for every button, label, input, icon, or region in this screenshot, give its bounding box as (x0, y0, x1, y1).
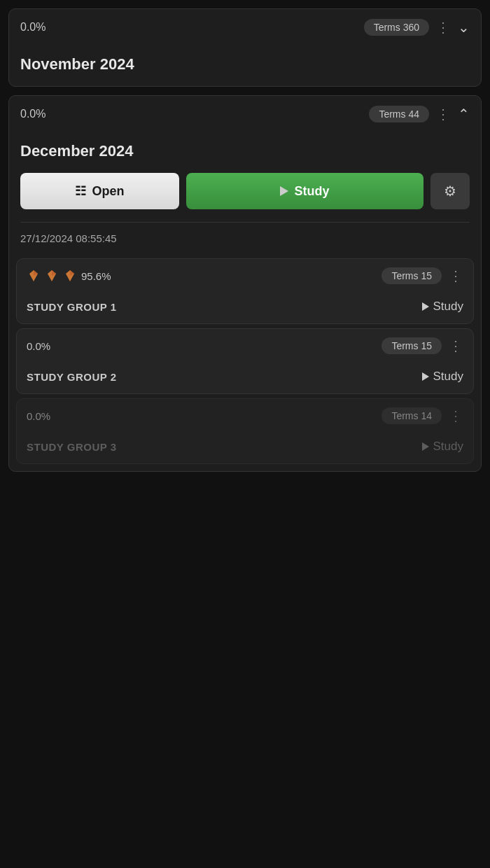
study-group-1-percentage: 95.6% (27, 269, 111, 283)
study-group-1-study-label: Study (433, 300, 463, 314)
study-button[interactable]: Study (186, 173, 424, 209)
december-card-header: 0.0% Terms 44 ⋮ ⌃ (9, 96, 481, 132)
study-group-1-more-icon[interactable]: ⋮ (449, 269, 463, 283)
study-group-1-right: Terms 15 ⋮ (382, 267, 463, 284)
study-group-3-play-icon (422, 442, 429, 451)
study-group-1-card: 95.6% Terms 15 ⋮ STUDY GROUP 1 Study (16, 258, 474, 324)
december-header-right: Terms 44 ⋮ ⌃ (369, 106, 470, 122)
november-card: 0.0% Terms 360 ⋮ ⌄ November 2024 (8, 8, 482, 87)
november-header-right: Terms 360 ⋮ ⌄ (364, 19, 470, 36)
december-percentage: 0.0% (20, 108, 46, 120)
november-terms-badge: Terms 360 (364, 19, 429, 36)
study-group-2-study-link[interactable]: Study (422, 370, 463, 384)
november-month-title: November 2024 (9, 46, 481, 86)
study-group-2-percentage: 0.0% (27, 340, 50, 352)
study-group-1-header: 95.6% Terms 15 ⋮ (17, 259, 473, 293)
december-more-icon[interactable]: ⋮ (436, 107, 451, 121)
study-group-3-header: 0.0% Terms 14 ⋮ (17, 399, 473, 433)
december-chevron-icon[interactable]: ⌃ (458, 106, 470, 122)
study-group-3-right: Terms 14 ⋮ (382, 407, 463, 424)
gear-icon: ⚙ (444, 183, 456, 200)
study-group-2-terms: Terms 15 (382, 337, 442, 354)
settings-button[interactable]: ⚙ (430, 173, 470, 209)
open-button-label: Open (92, 184, 124, 199)
open-button[interactable]: ☷ Open (20, 173, 179, 209)
action-buttons: ☷ Open Study ⚙ (9, 173, 481, 222)
study-group-3-more-icon[interactable]: ⋮ (449, 409, 463, 423)
study-group-3-card: 0.0% Terms 14 ⋮ STUDY GROUP 3 Study (16, 398, 474, 464)
december-terms-badge: Terms 44 (369, 106, 429, 122)
study-group-1-name-row: STUDY GROUP 1 Study (17, 293, 473, 323)
study-group-2-name-row: STUDY GROUP 2 Study (17, 363, 473, 393)
study-group-2-pct: 0.0% (27, 340, 50, 352)
november-percentage: 0.0% (20, 21, 46, 34)
study-group-2-play-icon (422, 372, 429, 381)
november-card-header: 0.0% Terms 360 ⋮ ⌄ (9, 9, 481, 46)
study-group-2-more-icon[interactable]: ⋮ (449, 339, 463, 353)
study-group-3-study-link[interactable]: Study (422, 440, 463, 454)
gem-icon-1b (45, 269, 59, 283)
study-group-1-play-icon (422, 302, 429, 311)
november-more-icon[interactable]: ⋮ (436, 20, 451, 34)
study-group-1-pct: 95.6% (81, 270, 111, 282)
gem-icon-1a (27, 269, 41, 283)
study-group-2-name: STUDY GROUP 2 (27, 371, 116, 383)
study-group-3-name-row: STUDY GROUP 3 Study (17, 433, 473, 463)
study-group-3-terms: Terms 14 (382, 407, 442, 424)
study-group-2-card: 0.0% Terms 15 ⋮ STUDY GROUP 2 Study (16, 328, 474, 394)
study-group-3-pct: 0.0% (27, 410, 50, 422)
study-group-3-name: STUDY GROUP 3 (27, 441, 116, 453)
study-group-2-study-label: Study (433, 370, 463, 384)
gem-icon-1c (63, 269, 77, 283)
study-play-icon (280, 186, 288, 196)
december-card: 0.0% Terms 44 ⋮ ⌃ December 2024 ☷ Open S… (8, 95, 482, 472)
study-button-label: Study (294, 184, 329, 199)
december-month-title: December 2024 (9, 132, 481, 173)
study-group-3-study-label: Study (433, 440, 463, 454)
study-group-2-right: Terms 15 ⋮ (382, 337, 463, 354)
timestamp: 27/12/2024 08:55:45 (9, 223, 481, 254)
november-chevron-icon[interactable]: ⌄ (458, 19, 470, 36)
open-icon: ☷ (75, 183, 86, 199)
study-group-2-header: 0.0% Terms 15 ⋮ (17, 329, 473, 363)
study-group-3-percentage: 0.0% (27, 410, 50, 422)
study-group-1-study-link[interactable]: Study (422, 300, 463, 314)
study-group-1-name: STUDY GROUP 1 (27, 301, 116, 313)
study-group-1-terms: Terms 15 (382, 267, 442, 284)
